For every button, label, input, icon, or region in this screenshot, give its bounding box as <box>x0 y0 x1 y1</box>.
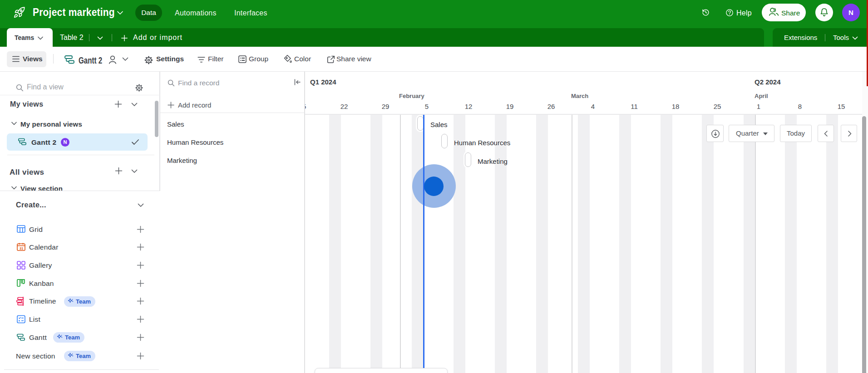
svg-text:31: 31 <box>20 246 23 250</box>
